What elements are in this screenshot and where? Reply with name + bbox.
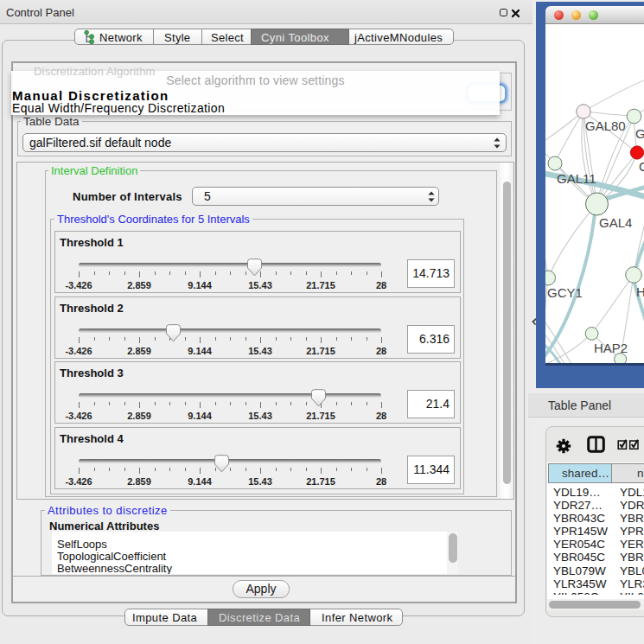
svg-text:G: G xyxy=(635,126,644,141)
svg-text:C: C xyxy=(639,159,644,174)
svg-text:GAL11: GAL11 xyxy=(557,171,596,186)
svg-text:GAL4: GAL4 xyxy=(599,215,632,230)
svg-text:HAP2: HAP2 xyxy=(594,341,628,355)
svg-text:GCY1: GCY1 xyxy=(547,285,583,300)
svg-text:GAL80: GAL80 xyxy=(585,118,626,133)
svg-text:H: H xyxy=(636,284,644,299)
